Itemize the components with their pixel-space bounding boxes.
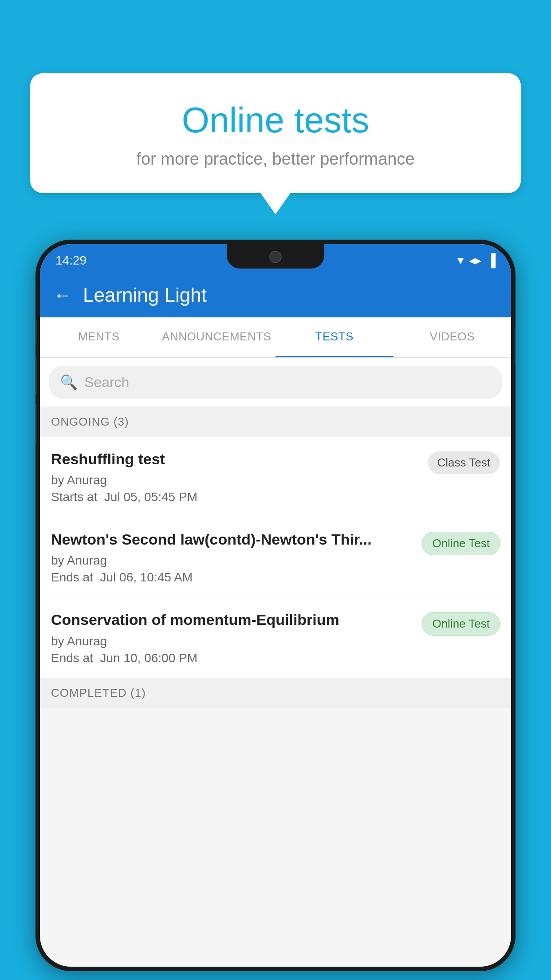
battery-icon: ▐ <box>487 253 496 268</box>
search-box[interactable]: 🔍 Search <box>49 366 502 399</box>
phone-notch <box>227 244 324 269</box>
status-icons: ▾ ◂▸ ▐ <box>457 253 496 268</box>
test-name: Conservation of momentum-Equilibrium <box>51 610 413 629</box>
search-input[interactable]: Search <box>84 374 129 391</box>
status-time: 14:29 <box>55 253 87 268</box>
test-item[interactable]: Conservation of momentum-Equilibrium by … <box>40 597 511 678</box>
test-list: Reshuffling test by Anurag Starts at Jul… <box>40 437 511 678</box>
test-info: Reshuffling test by Anurag Starts at Jul… <box>51 449 428 504</box>
power-button <box>514 328 516 364</box>
test-name: Reshuffling test <box>51 449 419 469</box>
phone-frame: 14:29 ▾ ◂▸ ▐ ← Learning Light MENTS ANNO… <box>35 240 516 971</box>
back-button[interactable]: ← <box>53 285 72 306</box>
search-icon: 🔍 <box>60 374 78 391</box>
front-camera <box>269 251 282 263</box>
volume-up-button <box>35 320 37 344</box>
volume-down-button <box>35 355 37 395</box>
wifi-icon: ▾ <box>457 253 464 268</box>
silent-button <box>35 404 37 444</box>
signal-icon: ◂▸ <box>469 253 481 268</box>
tab-videos[interactable]: VIDEOS <box>394 317 512 357</box>
test-info: Newton's Second law(contd)-Newton's Thir… <box>51 530 422 585</box>
test-badge-online: Online Test <box>422 532 500 555</box>
test-author: by Anurag <box>51 473 419 487</box>
test-date: Ends at Jun 10, 06:00 PM <box>51 651 413 665</box>
app-header: ← Learning Light <box>40 273 511 317</box>
test-date: Ends at Jul 06, 10:45 AM <box>51 570 413 585</box>
bubble-title: Online tests <box>52 100 499 141</box>
promo-bubble: Online tests for more practice, better p… <box>30 73 521 193</box>
test-author: by Anurag <box>51 553 413 568</box>
test-badge-class: Class Test <box>428 451 500 474</box>
phone-screen: 14:29 ▾ ◂▸ ▐ ← Learning Light MENTS ANNO… <box>40 244 511 967</box>
app-title: Learning Light <box>83 284 207 306</box>
tab-ments[interactable]: MENTS <box>40 317 158 357</box>
bubble-subtitle: for more practice, better performance <box>52 150 499 169</box>
test-item[interactable]: Newton's Second law(contd)-Newton's Thir… <box>40 517 511 597</box>
test-badge-online: Online Test <box>422 612 500 636</box>
test-info: Conservation of momentum-Equilibrium by … <box>51 610 422 665</box>
tab-announcements[interactable]: ANNOUNCEMENTS <box>158 317 276 357</box>
ongoing-section-label: ONGOING (3) <box>40 407 511 437</box>
test-name: Newton's Second law(contd)-Newton's Thir… <box>51 530 413 549</box>
tab-tests[interactable]: TESTS <box>276 317 394 357</box>
search-container: 🔍 Search <box>40 358 511 407</box>
completed-section-label: COMPLETED (1) <box>40 678 511 708</box>
test-date: Starts at Jul 05, 05:45 PM <box>51 490 419 504</box>
test-item[interactable]: Reshuffling test by Anurag Starts at Jul… <box>40 437 511 517</box>
test-author: by Anurag <box>51 634 413 648</box>
tabs-bar: MENTS ANNOUNCEMENTS TESTS VIDEOS <box>40 317 511 358</box>
